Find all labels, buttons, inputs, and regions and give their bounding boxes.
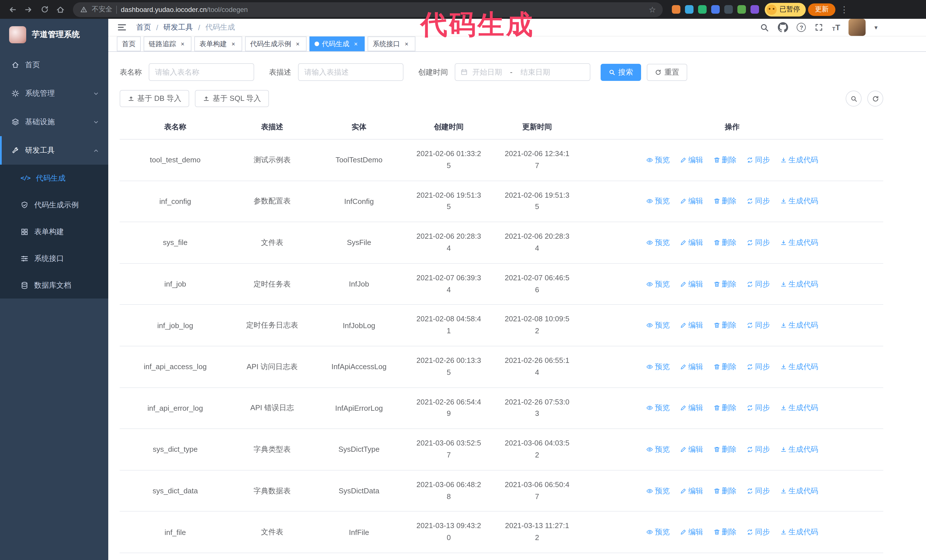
- extension-icon[interactable]: [711, 5, 720, 14]
- extension-icon[interactable]: [737, 5, 746, 14]
- sync-link[interactable]: 同步: [746, 362, 770, 372]
- import-db-button[interactable]: 基于 DB 导入: [120, 90, 189, 107]
- delete-link[interactable]: 删除: [713, 155, 737, 165]
- extension-icon[interactable]: [672, 5, 680, 14]
- close-icon[interactable]: ×: [403, 40, 410, 48]
- edit-link[interactable]: 编辑: [680, 527, 703, 537]
- sidebar-item-db-doc[interactable]: 数据库文档: [0, 272, 108, 299]
- edit-link[interactable]: 编辑: [680, 403, 703, 413]
- avatar-caret-icon[interactable]: ▾: [875, 24, 878, 31]
- sidebar-item-dev-tools[interactable]: 研发工具: [0, 136, 108, 165]
- update-button[interactable]: 更新: [808, 3, 835, 16]
- tab-codegen-example[interactable]: 代码生成示例 ×: [245, 36, 307, 51]
- delete-link[interactable]: 删除: [713, 362, 737, 372]
- security-warning-icon[interactable]: [80, 5, 88, 14]
- generate-code-link[interactable]: 生成代码: [780, 444, 818, 454]
- user-avatar[interactable]: [849, 19, 866, 36]
- edit-link[interactable]: 编辑: [680, 237, 703, 248]
- logo[interactable]: 芋道管理系统: [0, 19, 108, 51]
- table-desc-input[interactable]: [298, 63, 404, 81]
- generate-code-link[interactable]: 生成代码: [780, 196, 818, 207]
- reload-icon[interactable]: [38, 3, 51, 16]
- generate-code-link[interactable]: 生成代码: [780, 320, 818, 331]
- address-bar[interactable]: 不安全 dashboard.yudao.iocoder.cn/tool/code…: [73, 2, 663, 17]
- preview-link[interactable]: 预览: [646, 403, 670, 413]
- forward-icon[interactable]: [22, 3, 35, 16]
- sync-link[interactable]: 同步: [746, 279, 770, 289]
- sidebar-item-form-builder[interactable]: 表单构建: [0, 218, 108, 245]
- extension-icon[interactable]: [685, 5, 693, 14]
- preview-link[interactable]: 预览: [646, 279, 670, 289]
- generate-code-link[interactable]: 生成代码: [780, 155, 818, 165]
- edit-link[interactable]: 编辑: [680, 320, 703, 331]
- edit-link[interactable]: 编辑: [680, 486, 703, 496]
- tab-form-builder[interactable]: 表单构建 ×: [194, 36, 242, 51]
- preview-link[interactable]: 预览: [646, 527, 670, 537]
- sidebar-item-system-api[interactable]: 系统接口: [0, 245, 108, 272]
- close-icon[interactable]: ×: [230, 40, 237, 48]
- generate-code-link[interactable]: 生成代码: [780, 237, 818, 248]
- delete-link[interactable]: 删除: [713, 486, 737, 496]
- refresh-table-button[interactable]: [867, 91, 883, 107]
- sidebar-item-codegen[interactable]: </> 代码生成: [0, 165, 108, 192]
- delete-link[interactable]: 删除: [713, 196, 737, 207]
- reset-button[interactable]: 重置: [647, 63, 687, 81]
- tab-home[interactable]: 首页: [117, 36, 141, 51]
- extension-icon[interactable]: [750, 5, 759, 14]
- profile-pill[interactable]: 已暂停: [765, 3, 806, 16]
- fullscreen-icon[interactable]: [815, 23, 824, 32]
- hide-search-button[interactable]: [846, 91, 862, 107]
- generate-code-link[interactable]: 生成代码: [780, 279, 818, 289]
- extension-icon[interactable]: [698, 5, 707, 14]
- edit-link[interactable]: 编辑: [680, 362, 703, 372]
- close-icon[interactable]: ×: [352, 40, 360, 48]
- extension-icon[interactable]: [724, 5, 733, 14]
- tab-tracing[interactable]: 链路追踪 ×: [144, 36, 191, 51]
- hamburger-icon[interactable]: [117, 22, 127, 32]
- bookmark-star-icon[interactable]: ☆: [649, 5, 656, 14]
- preview-link[interactable]: 预览: [646, 237, 670, 248]
- preview-link[interactable]: 预览: [646, 320, 670, 331]
- breadcrumb-home[interactable]: 首页: [136, 22, 151, 32]
- url-text[interactable]: dashboard.yudao.iocoder.cn/tool/codegen: [121, 5, 248, 14]
- preview-link[interactable]: 预览: [646, 196, 670, 207]
- table-name-input[interactable]: [149, 63, 254, 81]
- preview-link[interactable]: 预览: [646, 444, 670, 454]
- edit-link[interactable]: 编辑: [680, 196, 703, 207]
- sync-link[interactable]: 同步: [746, 486, 770, 496]
- close-icon[interactable]: ×: [179, 40, 186, 48]
- back-icon[interactable]: [6, 3, 20, 16]
- edit-link[interactable]: 编辑: [680, 444, 703, 454]
- edit-link[interactable]: 编辑: [680, 279, 703, 289]
- edit-link[interactable]: 编辑: [680, 155, 703, 165]
- search-icon[interactable]: [760, 23, 770, 32]
- generate-code-link[interactable]: 生成代码: [780, 403, 818, 413]
- generate-code-link[interactable]: 生成代码: [780, 527, 818, 537]
- sidebar-item-infrastructure[interactable]: 基础设施: [0, 108, 108, 136]
- delete-link[interactable]: 删除: [713, 527, 737, 537]
- sidebar-item-codegen-example[interactable]: 代码生成示例: [0, 192, 108, 218]
- search-button[interactable]: 搜索: [601, 63, 641, 81]
- tab-codegen[interactable]: 代码生成 ×: [309, 36, 365, 51]
- sync-link[interactable]: 同步: [746, 155, 770, 165]
- generate-code-link[interactable]: 生成代码: [780, 486, 818, 496]
- sync-link[interactable]: 同步: [746, 403, 770, 413]
- breadcrumb-devtools[interactable]: 研发工具: [163, 22, 193, 32]
- sync-link[interactable]: 同步: [746, 527, 770, 537]
- delete-link[interactable]: 删除: [713, 444, 737, 454]
- delete-link[interactable]: 删除: [713, 403, 737, 413]
- sync-link[interactable]: 同步: [746, 444, 770, 454]
- help-icon[interactable]: ?: [797, 23, 806, 32]
- tab-system-api[interactable]: 系统接口 ×: [368, 36, 415, 51]
- browser-menu-icon[interactable]: ⋮: [838, 4, 851, 15]
- sidebar-item-home[interactable]: 首页: [0, 51, 108, 79]
- sync-link[interactable]: 同步: [746, 196, 770, 207]
- delete-link[interactable]: 删除: [713, 320, 737, 331]
- preview-link[interactable]: 预览: [646, 486, 670, 496]
- github-icon[interactable]: [778, 22, 788, 32]
- sidebar-item-system-mgmt[interactable]: 系统管理: [0, 79, 108, 108]
- font-size-icon[interactable]: TT: [832, 23, 840, 32]
- generate-code-link[interactable]: 生成代码: [780, 362, 818, 372]
- sync-link[interactable]: 同步: [746, 237, 770, 248]
- import-sql-button[interactable]: 基于 SQL 导入: [195, 90, 269, 107]
